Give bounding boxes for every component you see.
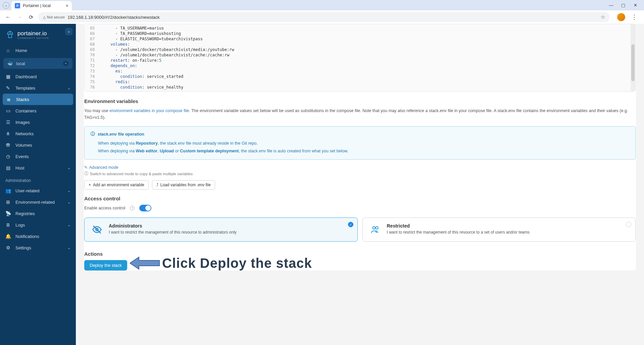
deploy-stack-button[interactable]: Deploy the stack [84,260,127,270]
tab-close-icon[interactable]: × [66,3,68,8]
card-subtitle: I want to restrict the management of thi… [109,230,351,235]
sidebar-item-label: Events [15,154,29,159]
sidebar-item-home[interactable]: ⌂ Home [0,45,76,56]
maximize-button[interactable]: ▢ [620,3,627,8]
browser-menu-icon[interactable]: ⋮ [629,13,640,21]
access-admin-card[interactable]: Administrators I want to restrict the ma… [84,217,358,242]
sidebar-section-admin: Administration [0,174,76,185]
stackenv-info-box: ⓘ stack.env file operation When deployin… [84,126,636,160]
security-badge[interactable]: △ Not secure [43,15,65,19]
sidebar-item-host[interactable]: ▤Host⌄ [0,162,76,174]
sidebar-item-templates[interactable]: ✎Templates⌄ [0,82,76,94]
editor-scrollbar[interactable] [631,24,635,91]
access-title: Access control [84,196,636,201]
sidebar-item-label: Home [15,48,27,53]
minimize-button[interactable]: — [608,3,614,8]
logo[interactable]: portainer.io COMMUNITY EDITION [0,24,76,45]
sidebar-item-user-related[interactable]: 👥User-related⌄ [0,185,76,196]
svg-point-2 [373,227,375,229]
browser-tab[interactable]: P Portainer | local × [11,1,72,10]
actions-title: Actions [84,251,636,257]
chevron-down-icon: ⌄ [67,223,70,227]
chevron-down-icon: ⌄ [67,200,70,204]
logo-title: portainer.io [17,30,49,37]
eye-off-icon [91,223,103,236]
compose-editor[interactable]: 656667686970717273747576 - TA_USERNAME=m… [84,24,636,92]
main-content: 656667686970717273747576 - TA_USERNAME=m… [76,24,644,345]
sidebar-item-dashboard[interactable]: ▦Dashboard [0,71,76,82]
sidebar-item-networks[interactable]: ⋔Networks [0,128,76,139]
sidebar-item-containers[interactable]: ▭Containers [0,105,76,116]
editor-scroll-thumb[interactable] [631,44,635,81]
stacks-icon: ≣ [6,97,11,102]
address-bar[interactable]: △ Not secure 192.168.1.18:9000/#!/2/dock… [38,12,610,22]
users-group-icon [369,223,382,236]
advanced-mode-link[interactable]: ✎ Advanced mode [84,165,636,170]
load-env-file-button[interactable]: ⤴ Load variables from .env file [152,180,215,190]
sidebar-item-volumes[interactable]: ⛃Volumes [0,139,76,151]
enable-access-label: Enable access control [84,206,125,210]
help-icon[interactable]: ? [130,206,135,210]
sidebar-item-environment-related[interactable]: ⊞Environment-related⌄ [0,196,76,208]
environment-selector[interactable]: 🐳 local × [3,58,72,69]
browser-toolbar: ← → ⟳ △ Not secure 192.168.1.18:9000/#!/… [0,10,644,24]
sidebar-item-stacks[interactable]: ≣Stacks [3,94,73,105]
sidebar-item-label: Containers [15,108,37,113]
tab-search-dropdown[interactable]: ⌄ [3,2,9,9]
chevron-down-icon: ⌄ [67,86,70,90]
sidebar-item-label: Settings [15,245,31,250]
env-vars-doc-link[interactable]: environment variables in your compose fi… [109,108,189,113]
url-text: 192.168.1.18:9000/#!/2/docker/stacks/new… [67,15,160,20]
images-icon: ☰ [5,119,11,125]
editor-gutter: 656667686970717273747576 [85,24,98,91]
users-icon: 👥 [5,188,11,193]
sidebar-item-label: Registries [15,211,35,216]
window-controls: — ▢ ✕ [608,3,641,8]
card-radio-icon [626,222,631,227]
editor-code[interactable]: - TA_USERNAME=marius - TA_PASSWORD=mariu… [98,24,237,91]
profile-avatar[interactable] [617,13,625,21]
chevron-down-icon: ⌄ [67,189,70,193]
sidebar-item-settings[interactable]: ⚙Settings⌄ [0,242,76,253]
upload-icon: ⤴ [156,183,158,187]
sidebar-collapse-button[interactable]: « [65,28,72,35]
access-restricted-card[interactable]: Restricted I want to restrict the manage… [362,217,636,242]
events-icon: ◷ [5,154,11,159]
chevron-down-icon: ⌄ [67,246,70,250]
sidebar-item-label: Images [15,120,30,125]
containers-icon: ▭ [5,108,11,113]
sidebar-item-label: Environment-related [15,200,55,205]
reload-button[interactable]: ⟳ [27,13,35,21]
bookmark-icon[interactable]: ☆ [601,14,605,20]
sidebar-item-label: Stacks [16,97,29,102]
volumes-icon: ⛃ [5,142,11,148]
enable-access-toggle[interactable] [139,205,151,211]
sidebar-item-logs[interactable]: 🗎Logs⌄ [0,219,76,231]
add-env-var-button[interactable]: + Add an environment variable [84,180,149,190]
sidebar-item-registries[interactable]: 📡Registries [0,208,76,219]
card-subtitle: I want to restrict the management of thi… [387,230,630,235]
env-title: Environment variables [84,98,636,104]
tab-title: Portainer | local [23,3,63,8]
close-window-button[interactable]: ✕ [632,3,639,8]
logs-icon: 🗎 [5,222,11,228]
sidebar-item-label: Logs [15,223,25,228]
forward-button[interactable]: → [15,13,23,21]
sidebar-item-images[interactable]: ☰Images [0,116,76,128]
security-label: Not secure [47,15,65,19]
browser-tabstrip: ⌄ P Portainer | local × — ▢ ✕ [0,0,644,10]
plus-icon: + [89,183,91,187]
bell-icon: 🔔 [5,234,11,239]
card-title: Administrators [109,223,351,229]
sidebar-item-events[interactable]: ◷Events [0,151,76,162]
advanced-mode-hint: ⓘ Switch to advanced mode to copy & past… [84,171,636,176]
sidebar-item-notifications[interactable]: 🔔Notifications [0,231,76,242]
back-button[interactable]: ← [4,13,12,21]
sidebar-item-label: Templates [15,86,35,91]
environment-close-icon[interactable]: × [63,61,68,66]
dashboard-icon: ▦ [5,74,11,79]
templates-icon: ✎ [5,85,11,91]
sidebar-item-label: Notifications [15,234,39,239]
gear-icon: ⚙ [5,245,11,250]
sidebar-item-label: User-related [15,188,40,193]
